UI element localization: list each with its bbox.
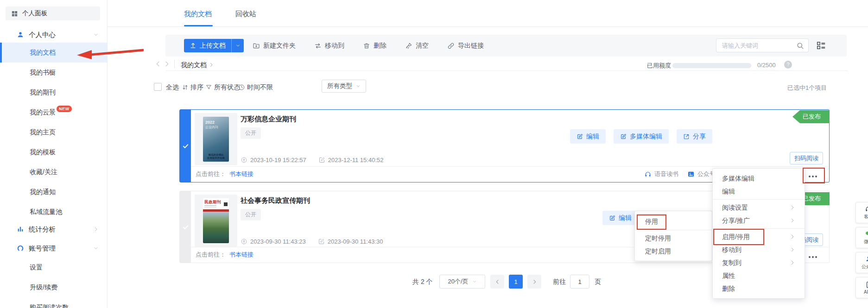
breadcrumb-back-icon[interactable]	[154, 60, 162, 68]
sort-label[interactable]: 排序	[190, 83, 203, 92]
export-link-button[interactable]: 导出链接	[447, 42, 484, 50]
sidebar-item-my-cloudview[interactable]: 我的云景 NEW	[0, 102, 107, 122]
upload-document-button[interactable]: 上传文档	[184, 39, 244, 52]
toolbar-buttons: 新建文件夹 移动到 删除 清空 导出链接	[253, 35, 484, 57]
book-link[interactable]: 书本链接	[229, 251, 253, 259]
tab-recycle-bin[interactable]: 回收站	[235, 10, 256, 19]
document-title[interactable]: 万彩信息企业期刊	[241, 115, 296, 124]
edit-button[interactable]: 编辑	[602, 211, 638, 225]
current-page-button[interactable]: 1	[509, 275, 523, 289]
clock-icon[interactable]	[238, 84, 245, 91]
menu-item-scheduled-enable[interactable]: 定时启用	[635, 245, 712, 258]
select-all-label[interactable]: 全选	[166, 83, 179, 92]
delete-button[interactable]: 删除	[363, 42, 386, 50]
voice-read-button[interactable]: 语音读书	[644, 170, 678, 178]
share-button[interactable]: 分享	[677, 129, 712, 144]
quota-progress-bar	[672, 63, 751, 68]
sidebar-item-my-homepage[interactable]: 我的主页	[0, 122, 107, 142]
type-filter-select[interactable]: 所有类型	[322, 80, 366, 93]
sidebar-item-notifications[interactable]: 我的通知	[0, 182, 107, 202]
sidebar-group-account[interactable]: 账号管理	[0, 240, 107, 257]
more-actions-button[interactable]	[809, 256, 817, 258]
wechat-icon	[865, 230, 868, 238]
sidebar-item-my-bookshelf[interactable]: 我的书橱	[0, 63, 107, 82]
visibility-badge: 公开	[241, 209, 261, 220]
menu-item-read-settings[interactable]: 阅读设置	[713, 201, 805, 214]
view-toggle-icon[interactable]	[816, 40, 826, 50]
app-widget[interactable]: APP	[855, 277, 868, 298]
image-icon	[687, 170, 695, 178]
select-strip[interactable]	[180, 110, 191, 182]
goto-page-input[interactable]	[570, 275, 589, 289]
card-footer-divider	[191, 166, 829, 167]
menu-divider	[713, 228, 805, 229]
sort-icon[interactable]	[182, 84, 189, 91]
sidebar-item-upgrade[interactable]: 升级/续费	[0, 277, 107, 297]
bar-chart-icon	[17, 226, 24, 233]
edit-time-icon	[318, 157, 325, 163]
share-icon	[683, 133, 690, 140]
menu-item-copy-to[interactable]: 复制到	[713, 256, 805, 269]
breadcrumb[interactable]: 我的文档	[181, 61, 207, 69]
status-filter-label[interactable]: 所有状态	[214, 83, 240, 92]
search-input[interactable]	[716, 39, 795, 52]
sidebar-item-private-traffic[interactable]: 私域流量池	[0, 202, 107, 222]
goto-label: 点击前往：	[196, 251, 226, 259]
personal-center-label: 个人中心	[29, 31, 56, 39]
menu-item-scheduled-disable[interactable]: 定时停用	[635, 232, 712, 245]
customer-service-widget[interactable]: 客服	[855, 202, 868, 223]
book-link[interactable]: 书本链接	[229, 170, 253, 178]
cover-image: 2022 企业内刊 领先的全球化应用软件开发商	[203, 117, 229, 162]
tab-my-documents[interactable]: 我的文档	[184, 10, 212, 19]
upload-time-icon	[241, 157, 247, 163]
select-strip[interactable]	[180, 191, 191, 263]
move-to-button[interactable]: 移动到	[314, 42, 344, 50]
upload-dropdown-button[interactable]	[232, 39, 244, 52]
new-folder-button[interactable]: 新建文件夹	[253, 42, 296, 50]
sidebar-item-dashboard[interactable]: 个人面板	[6, 6, 100, 20]
document-thumbnail[interactable]: 2022 企业内刊 领先的全球化应用软件开发商	[195, 113, 237, 165]
sidebar-group-statistics[interactable]: 统计分析	[0, 221, 107, 238]
menu-item-share-promote[interactable]: 分享/推广	[713, 214, 805, 227]
more-actions-button[interactable]	[809, 176, 817, 177]
breadcrumb-forward-icon[interactable]	[163, 60, 171, 68]
help-icon[interactable]: ?	[784, 61, 792, 69]
edit-time-icon	[318, 238, 325, 245]
document-title[interactable]: 社会事务民政宣传期刊	[241, 196, 310, 205]
edit-button[interactable]: 编辑	[570, 129, 606, 144]
time-filter-label[interactable]: 时间不限	[247, 83, 273, 92]
sidebar-item-my-templates[interactable]: 我的模板	[0, 142, 107, 162]
document-thumbnail[interactable]: 民政期刊	[195, 195, 237, 247]
chevron-right-icon	[532, 279, 538, 285]
sidebar-item-buy-reads[interactable]: 购买阅读次数	[0, 297, 107, 308]
media-edit-button[interactable]: 多媒体编辑	[614, 129, 669, 144]
sidebar-item-favorites[interactable]: 收藏/关注	[0, 162, 107, 182]
upload-icon	[190, 42, 196, 49]
search-icon[interactable]	[796, 42, 804, 50]
prev-page-button[interactable]	[490, 275, 504, 289]
chevron-right-icon	[790, 218, 795, 223]
page-size-select[interactable]: 20个/页	[439, 275, 485, 289]
sidebar-item-settings[interactable]: 设置	[0, 258, 107, 277]
wechat-widget[interactable]: 微信	[855, 227, 868, 248]
select-all-checkbox[interactable]	[154, 83, 162, 91]
menu-item-move-to[interactable]: 移动到	[713, 243, 805, 256]
menu-item-properties[interactable]: 属性	[713, 269, 805, 282]
clear-button[interactable]: 清空	[405, 42, 429, 50]
document-dates: 2023-09-30 11:43:23 2023-09-30 11:43:30	[241, 238, 383, 245]
qr-read-button[interactable]: 扫码阅读	[790, 152, 823, 164]
upload-time-icon	[241, 238, 247, 245]
funnel-icon[interactable]	[205, 84, 212, 91]
menu-item-disable[interactable]: 停用	[635, 214, 712, 228]
official-account-widget[interactable]: 公众号	[855, 252, 868, 273]
menu-item-edit[interactable]: 编辑	[713, 185, 805, 198]
menu-item-media-edit[interactable]: 多媒体编辑	[713, 172, 805, 185]
sidebar-item-my-periodicals[interactable]: 我的期刊	[0, 82, 107, 102]
next-page-button[interactable]	[527, 275, 541, 289]
menu-divider	[713, 199, 805, 200]
search-box	[716, 38, 809, 52]
menu-item-enable-disable[interactable]: 启用/停用	[713, 230, 805, 243]
sidebar-group-personal-center[interactable]: 个人中心	[0, 27, 107, 43]
menu-item-delete[interactable]: 删除	[713, 282, 805, 295]
wechat-official-button[interactable]: 公众号	[687, 170, 716, 178]
